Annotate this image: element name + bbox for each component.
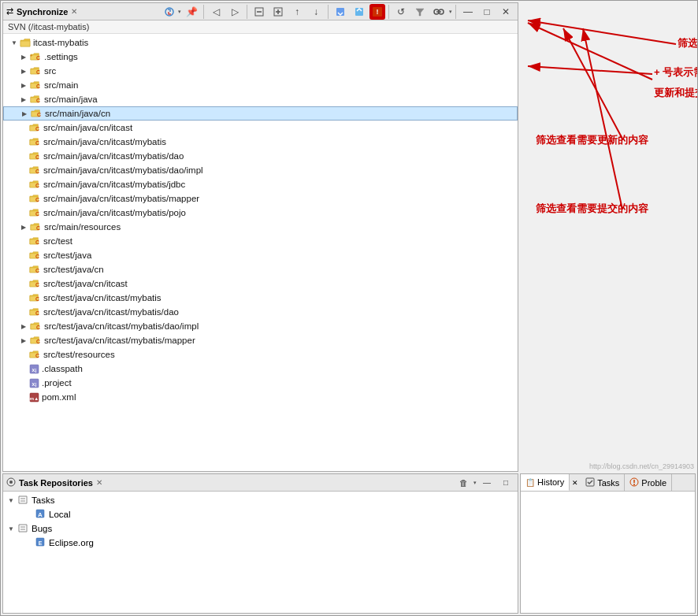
tree-item-mybatis-pojo[interactable]: C src/main/java/cn/itcast/mybatis/pojo bbox=[3, 206, 518, 220]
svg-text:x¡: x¡ bbox=[32, 367, 36, 373]
tree-item-test-mybatis-mapper[interactable]: ▶ C src/test/java/cn/itcast/mybatis/mapp… bbox=[3, 333, 518, 347]
tree-item-mybatis-jdbc[interactable]: C src/main/java/cn/itcast/mybatis/jdbc bbox=[3, 177, 518, 191]
svn-tab-bar: ⇄ Synchronize ✕ ▾ bbox=[3, 3, 518, 20]
tree-view[interactable]: ▼ itcast-mybatis ▶ bbox=[3, 34, 518, 471]
annotation-filter-update: 筛选查看需要更新的内容 bbox=[536, 133, 648, 147]
task-tab-bar: Task Repositories ✕ 🗑 ▾ — □ bbox=[3, 474, 518, 492]
expand-arrow-src[interactable]: ▶ bbox=[19, 66, 28, 76]
tree-item-label: itcast-mybatis bbox=[33, 38, 88, 47]
task-group-bugs[interactable]: ▼ Bugs bbox=[3, 521, 518, 536]
tree-item-classpath[interactable]: x¡ .classpath bbox=[3, 362, 518, 376]
expand-arrow-test-mybatis-mapper[interactable]: ▶ bbox=[19, 336, 28, 345]
toolbar-sync-group: ▾ bbox=[161, 3, 181, 20]
tree-item-test-mybatis-dao-impl[interactable]: ▶ C src/test/java/cn/itcast/mybatis/dao/… bbox=[3, 319, 518, 333]
annotation-plus-sign: + 号表示需要提交的内容 bbox=[654, 65, 697, 80]
task-group-bugs-label: Bugs bbox=[32, 524, 52, 533]
refresh-button[interactable]: ↺ bbox=[392, 3, 410, 20]
tree-item-test-mybatis[interactable]: C src/test/java/cn/itcast/mybatis bbox=[3, 291, 518, 305]
task-maximize-button[interactable]: □ bbox=[497, 474, 514, 492]
expand-arrow-src-main[interactable]: ▶ bbox=[19, 80, 28, 90]
nav-back-button[interactable]: ◁ bbox=[207, 3, 225, 20]
classpath-file-icon: x¡ bbox=[28, 363, 39, 374]
svn-folder-icon-mybatis-jdbc: C bbox=[28, 179, 41, 190]
history-tab-close[interactable]: ✕ bbox=[570, 479, 581, 487]
panel-close-button[interactable]: ✕ bbox=[497, 3, 514, 20]
tree-item-itcast-mybatis[interactable]: ▼ itcast-mybatis bbox=[3, 35, 518, 50]
sync-button[interactable] bbox=[161, 3, 178, 20]
maximize-button[interactable]: □ bbox=[478, 3, 496, 20]
nav-fwd-button[interactable]: ▷ bbox=[226, 3, 243, 20]
pin-button[interactable]: 📌 bbox=[183, 3, 200, 20]
svn-folder-icon-src-test-java-cn-itcast: C bbox=[28, 278, 41, 289]
tree-item-mybatis-dao-impl[interactable]: C src/main/java/cn/itcast/mybatis/dao/im… bbox=[3, 163, 518, 177]
tree-item-mybatis-dao[interactable]: C src/main/java/cn/itcast/mybatis/dao bbox=[3, 149, 518, 163]
tree-item-cn-itcast-label: src/main/java/cn/itcast bbox=[43, 123, 132, 132]
task-item-eclipse[interactable]: E Eclipse.org bbox=[3, 536, 518, 550]
expand-arrow-test-mybatis-dao-impl[interactable]: ▶ bbox=[19, 321, 28, 331]
tree-item-src-test-java-cn-itcast[interactable]: C src/test/java/cn/itcast bbox=[3, 276, 518, 291]
filter-incoming-button[interactable] bbox=[332, 3, 349, 20]
tree-item-src-test-java-cn-label: src/test/java/cn bbox=[43, 265, 104, 274]
filter-conflict-button[interactable]: ! bbox=[369, 4, 385, 20]
task-dropdown[interactable]: ▾ bbox=[473, 480, 477, 486]
task-group-tasks[interactable]: ▼ Tasks bbox=[3, 493, 518, 507]
expand-arrow-settings[interactable]: ▶ bbox=[19, 52, 28, 61]
up-button[interactable]: ↑ bbox=[288, 3, 306, 20]
tree-item-test-mybatis-mapper-label: src/test/java/cn/itcast/mybatis/mapper bbox=[44, 336, 195, 345]
tree-item-src-test-java-label: src/test/java bbox=[43, 250, 91, 260]
tree-item-src[interactable]: ▶ C src bbox=[3, 64, 518, 78]
tree-item-src-main[interactable]: ▶ C src/main bbox=[3, 78, 518, 92]
tree-item-project[interactable]: x¡ .project bbox=[3, 376, 518, 390]
collapse-button[interactable] bbox=[251, 3, 268, 20]
tree-item-src-test-label: src/test bbox=[43, 236, 72, 246]
expand-button[interactable] bbox=[269, 3, 287, 20]
expand-arrow-bugs[interactable]: ▼ bbox=[6, 524, 16, 533]
svn-folder-icon-src-main-java: C bbox=[29, 94, 42, 105]
tree-item-pom-xml[interactable]: m▲ pom.xml bbox=[3, 390, 518, 404]
minimize-button[interactable]: — bbox=[459, 3, 477, 20]
svn-folder-icon-test-resources: C bbox=[28, 349, 41, 360]
tree-item-src-test-java[interactable]: C src/test/java bbox=[3, 248, 518, 262]
task-item-local[interactable]: A Local bbox=[3, 507, 518, 521]
svg-text:C: C bbox=[35, 353, 39, 358]
expand-arrow-main-resources[interactable]: ▶ bbox=[19, 222, 28, 232]
expand-arrow-src-main-java[interactable]: ▶ bbox=[19, 95, 28, 104]
tree-item-src-main-java-cn-itcast[interactable]: C src/main/java/cn/itcast bbox=[3, 121, 518, 135]
svn-tab-close[interactable]: ✕ bbox=[71, 7, 77, 16]
tree-item-src-main-java-cn-label: src/main/java/cn bbox=[45, 109, 110, 118]
tree-item-cn-itcast-mybatis[interactable]: C src/main/java/cn/itcast/mybatis bbox=[3, 135, 518, 149]
task-tab-close[interactable]: ✕ bbox=[96, 478, 102, 487]
tab-tasks[interactable]: Tasks bbox=[581, 474, 625, 491]
expand-arrow-root[interactable]: ▼ bbox=[9, 38, 19, 47]
tree-item-main-resources[interactable]: ▶ C src/main/resources bbox=[3, 220, 518, 234]
tree-item-src-test-java-cn[interactable]: C src/test/java/cn bbox=[3, 262, 518, 276]
tree-item-test-mybatis-dao[interactable]: C src/test/java/cn/itcast/mybatis/dao bbox=[3, 305, 518, 319]
svg-text:E: E bbox=[39, 540, 43, 546]
svg-text:C: C bbox=[35, 268, 39, 273]
task-minimize-button[interactable]: — bbox=[478, 474, 496, 492]
tree-item-settings[interactable]: ▶ C + .settings bbox=[3, 50, 518, 64]
tree-item-mybatis-pojo-label: src/main/java/cn/itcast/mybatis/pojo bbox=[43, 208, 186, 217]
tree-item-src-test[interactable]: C src/test bbox=[3, 234, 518, 248]
filter5-button[interactable] bbox=[411, 3, 429, 20]
tree-item-mybatis-mapper[interactable]: C src/main/java/cn/itcast/mybatis/mapper bbox=[3, 191, 518, 206]
svg-line-44 bbox=[528, 66, 652, 74]
down-button[interactable]: ↓ bbox=[307, 3, 325, 20]
tab-problems[interactable]: Proble bbox=[625, 474, 672, 491]
tab-history[interactable]: 📋 History bbox=[521, 474, 570, 491]
tree-item-test-resources[interactable]: C src/test/resources bbox=[3, 347, 518, 362]
sep2 bbox=[247, 5, 247, 19]
expand-arrow-tasks[interactable]: ▼ bbox=[6, 495, 16, 505]
expand-arrow-src-main-java-cn[interactable]: ▶ bbox=[20, 109, 29, 118]
sync-dropdown-arrow[interactable]: ▾ bbox=[178, 9, 181, 15]
svg-text:C: C bbox=[35, 310, 39, 316]
svg-text:C: C bbox=[35, 282, 39, 288]
watermark-text: http://blog.csdn.net/cn_29914903 bbox=[589, 462, 694, 470]
filter-outgoing-button[interactable] bbox=[351, 3, 368, 20]
svg-text:A: A bbox=[38, 511, 43, 518]
link-dropdown-arrow[interactable]: ▾ bbox=[449, 9, 452, 15]
task-delete-button[interactable]: 🗑 bbox=[455, 474, 472, 492]
link-button[interactable] bbox=[430, 3, 447, 20]
tree-item-src-main-java[interactable]: ▶ C src/main/java bbox=[3, 92, 518, 106]
tree-item-src-main-java-cn[interactable]: ▶ C src/main/java/cn bbox=[3, 106, 518, 121]
